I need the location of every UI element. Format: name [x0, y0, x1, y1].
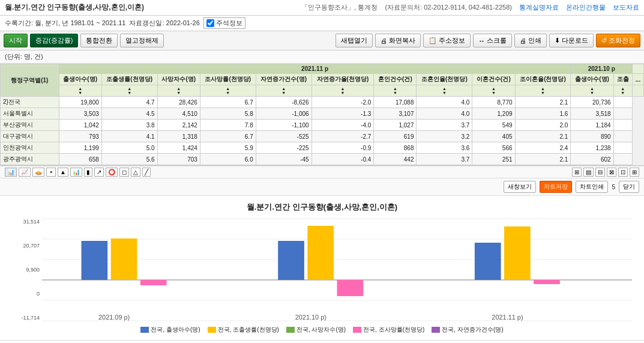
download-button[interactable]: ⬇ 다운로드 [549, 34, 594, 47]
data-cell: 5.9 [200, 142, 256, 154]
table-row: 부산광역시1,0423.82,1427.8-1,100-4.01,0273.75… [1, 120, 644, 131]
chart-toggle-r2[interactable]: ▤ [583, 168, 594, 177]
toolbar-right: 새탭열기 🖨 화면복사 📋 주소정보 ↔ 스크롤 🖨 인쇄 ⬇ 다운로드 ↺ 조… [336, 34, 640, 47]
region-cell: 인천광역시 [1, 142, 59, 154]
chart-pie-icon[interactable]: 🥧 [32, 168, 44, 177]
close-chart-button[interactable]: 닫기 [619, 181, 639, 193]
top-bar: 월.분기.연간 인구동향(출생,사망,혼인,이혼) 「인구동향조사」, 통계청 … [0, 0, 644, 16]
legend-birth-rate: 전국, 조출생률(천명당) [208, 326, 279, 334]
region-cell: 부산광역시 [1, 120, 59, 131]
chart-combo-icon[interactable]: 📊 [70, 168, 82, 177]
col-birth2: 출생아수(명) [571, 74, 613, 85]
data-cell [613, 120, 632, 131]
increase-button[interactable]: 증감(증감률) [30, 34, 78, 47]
window-title: 월.분기.연간 인구동향(출생,사망,혼인,이혼) [5, 2, 144, 13]
col-birth: 출생아수(명) [59, 74, 101, 85]
data-cell: -0.4 [311, 154, 374, 165]
screen-copy-button[interactable]: 🖨 화면복사 [375, 34, 421, 47]
print-chart-button[interactable]: 차트인쇄 [576, 181, 608, 193]
chart-3dbar-icon[interactable]: ▮ [84, 168, 92, 177]
data-cell: 602 [571, 154, 613, 165]
data-cell: 3.8 [101, 120, 157, 131]
col-divorce: 이혼건수(건) [472, 74, 515, 85]
region-header: 행정구역별(1) [1, 64, 59, 97]
new-tab-button[interactable]: 새탭열기 [336, 34, 373, 47]
chart-line-icon[interactable]: 📈 [19, 168, 31, 177]
data-cell: 2.0 [515, 120, 571, 131]
region-cell: 2}전국 [1, 97, 59, 108]
data-cell: -2.0 [311, 97, 374, 108]
annotation-checkbox[interactable] [206, 19, 214, 27]
data-cell [613, 154, 632, 165]
link-statistics-name[interactable]: 통계실명자료 [519, 3, 559, 12]
data-cell: 3.7 [417, 120, 472, 131]
y-label-1: 20,707 [23, 243, 40, 249]
bar-group1-death [111, 238, 137, 280]
chart-count-label: 5 [612, 184, 615, 190]
col-death-rate: 조사망률(천명당) [200, 74, 256, 85]
save-chart-button[interactable]: 차트저장 [540, 181, 572, 193]
column-fix-button[interactable]: 열고정해제 [120, 34, 164, 47]
chart-legend: 전국, 출생아수(명) 전국, 조출생률(천명당) 전국, 사망자수(명) 전국… [12, 326, 632, 334]
chart-slope-icon[interactable]: ╱ [142, 168, 151, 177]
link-online-pub[interactable]: 온라인간행물 [566, 3, 606, 12]
bar-group1-birth [82, 241, 108, 280]
integrate-button[interactable]: 통합전환 [80, 34, 118, 47]
data-cell: 405 [472, 131, 515, 142]
top-links: 「인구동향조사」, 통계청 (자료문의처: 02-2012-9114, 042-… [301, 3, 639, 12]
new-window-button[interactable]: 새창보기 [504, 181, 536, 193]
data-cell: 5.6 [101, 154, 157, 165]
chart-toggle-r4[interactable]: ⊠ [607, 168, 616, 177]
agency-label: 「인구동향조사」, 통계청 [301, 3, 378, 12]
data-cell: 4.1 [101, 131, 157, 142]
period-label: 수록기간: 월, 분기, 년 1981.01 ~ 2021.11 [5, 19, 125, 28]
print-button[interactable]: 🖨 인쇄 [514, 34, 547, 47]
data-cell: 2.1 [515, 97, 571, 108]
data-cell: 1,318 [157, 131, 200, 142]
data-cell [613, 97, 632, 108]
chart-dot-icon[interactable]: ⚬ [46, 168, 56, 177]
scroll-button[interactable]: ↔ 스크롤 [473, 34, 512, 47]
refresh-button[interactable]: ↺ 조화전정 [596, 34, 640, 47]
chart-toggle-r5[interactable]: ⊡ [618, 168, 628, 177]
data-cell: -1,006 [256, 108, 311, 120]
col-birth-rate: 조출생률(천명당) [101, 74, 157, 85]
data-cell: 251 [472, 154, 515, 165]
data-cell: 890 [571, 131, 613, 142]
table-row: 서울특별시3,5034.54,5105.8-1,006-1.33,1074.01… [1, 108, 644, 120]
chart-bar-icon[interactable]: 📊 [5, 168, 17, 177]
chart-box-icon[interactable]: ◻ [119, 168, 129, 177]
bar-group3-natural [534, 280, 560, 284]
chart-toolbar: 새창보기 차트저장 차트인쇄 5 닫기 [0, 178, 644, 196]
data-cell: 3,518 [571, 108, 613, 120]
x-label-1: 2021.09 p) [98, 314, 130, 321]
data-cell: 4.5 [101, 108, 157, 120]
chart-toggle-r6[interactable]: ⊞ [630, 168, 639, 177]
date2-header: 2021.10 p [571, 64, 633, 74]
notes-section: ※분류명 : 행정구역별(1),종류별(1) * 차트의 반례는 최대 20개까… [0, 340, 644, 343]
start-button[interactable]: 시작 [4, 34, 28, 47]
chart-title: 월.분기.연간 인구동향(출생,사망,혼인,이혼) [12, 202, 632, 213]
checkbox-wrapper[interactable]: 주석정보 [203, 17, 245, 29]
chart-3dpie-icon[interactable]: ⭕ [106, 168, 118, 177]
data-table-container[interactable]: 행정구역별(1) 2021.11 p 2021.10 p 출생아수(명) 조출생… [0, 64, 644, 166]
chart-area-icon[interactable]: ▲ [58, 168, 68, 177]
legend-death-label: 전국, 사망자수(명) [296, 326, 346, 334]
chart-pyramid-icon[interactable]: △ [131, 168, 140, 177]
legend-death-rate: 전국, 조사망률(천명당) [353, 326, 424, 334]
data-cell: 793 [59, 131, 101, 142]
address-button[interactable]: 📋 주소정보 [423, 34, 471, 47]
info-bar: 수록기간: 월, 분기, 년 1981.01 ~ 2021.11 자료갱신일: … [0, 16, 644, 31]
chart-toggle-r3[interactable]: ⊟ [595, 168, 605, 177]
legend-death-rate-color [353, 327, 361, 333]
col-divorce-rate: 조이혼율(천명당) [515, 74, 571, 85]
data-cell: 3.2 [417, 131, 472, 142]
y-label-2: 9,900 [26, 267, 40, 273]
data-cell: 5.8 [200, 108, 256, 120]
chart-3dline-icon[interactable]: ↗ [94, 168, 104, 177]
data-cell: 3,107 [374, 108, 417, 120]
link-press[interactable]: 보도자료 [613, 3, 639, 12]
bar-chart-svg: 2021.09 p) 2021.10 p) 2021.11 p) [42, 219, 632, 321]
chart-toggle-r1[interactable]: ⊞ [572, 168, 582, 177]
data-cell: 1,027 [374, 120, 417, 131]
